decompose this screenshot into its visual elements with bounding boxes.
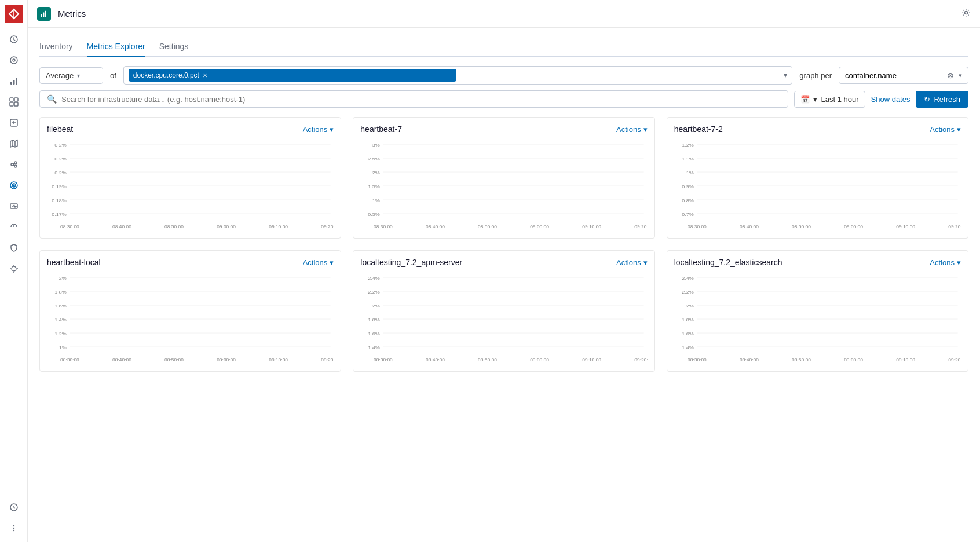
metric-selector[interactable]: docker.cpu.core.0.pct × ▾ bbox=[123, 66, 793, 85]
sidebar-item-more[interactable] bbox=[5, 519, 23, 537]
sidebar-item-uptime[interactable] bbox=[5, 218, 23, 236]
x-axis-label: 09:00:00 bbox=[844, 224, 863, 229]
sidebar-item-maps[interactable] bbox=[5, 134, 23, 153]
aggregate-chevron-icon: ▾ bbox=[77, 72, 80, 79]
y-axis-label: 2.2% bbox=[368, 289, 381, 294]
actions-button[interactable]: Actions ▾ bbox=[303, 258, 334, 267]
x-axis-label: 08:50:00 bbox=[792, 224, 811, 229]
chart-area: 2.4%2.2%2%1.8%1.6%1.4%08:30:0008:40:0008… bbox=[360, 272, 647, 364]
chart-card-filebeat: filebeatActions ▾0.2%0.2%0.2%0.19%0.18%0… bbox=[39, 117, 341, 239]
actions-label: Actions bbox=[930, 258, 955, 267]
chart-header: heartbeat-localActions ▾ bbox=[47, 258, 334, 267]
actions-label: Actions bbox=[930, 125, 955, 134]
metric-remove-button[interactable]: × bbox=[203, 71, 207, 79]
x-axis-label: 09:10:00 bbox=[583, 357, 602, 362]
refresh-button[interactable]: ↻ Refresh bbox=[916, 91, 968, 108]
svg-point-25 bbox=[965, 12, 968, 14]
y-axis-label: 0.2% bbox=[54, 170, 67, 175]
svg-rect-22 bbox=[41, 14, 42, 17]
tab-bar: Inventory Metrics Explorer Settings bbox=[39, 37, 968, 57]
topbar: Metrics bbox=[28, 0, 980, 28]
chart-card-localtesting-7-2-elasticsearch: localtesting_7.2_elasticsearchActions ▾2… bbox=[667, 250, 968, 372]
y-axis-label: 2.4% bbox=[368, 275, 381, 280]
x-axis-label: 08:40:00 bbox=[426, 357, 445, 362]
calendar-icon: 📅 bbox=[800, 95, 810, 104]
chart-area: 3%2.5%2%1.5%1%0.5%08:30:0008:40:0008:50:… bbox=[360, 138, 647, 231]
y-axis-label: 2% bbox=[372, 303, 380, 308]
y-axis-label: 2% bbox=[372, 170, 380, 175]
svg-point-16 bbox=[13, 185, 14, 186]
sidebar-item-recent[interactable] bbox=[5, 30, 23, 49]
chart-title: filebeat bbox=[47, 124, 73, 134]
y-axis-label: 1.4% bbox=[682, 345, 694, 350]
y-axis-label: 1.4% bbox=[368, 345, 381, 350]
sidebar-item-apm[interactable] bbox=[5, 197, 23, 215]
actions-label: Actions bbox=[303, 125, 328, 134]
search-input-wrapper: 🔍 bbox=[39, 90, 788, 108]
aggregate-dropdown[interactable]: Average ▾ bbox=[39, 67, 103, 84]
actions-chevron-icon: ▾ bbox=[330, 125, 334, 134]
tab-settings[interactable]: Settings bbox=[159, 37, 189, 57]
chart-svg: 0.2%0.2%0.2%0.19%0.18%0.17%08:30:0008:40… bbox=[47, 138, 334, 231]
chart-header: localtesting_7.2_apm-serverActions ▾ bbox=[360, 258, 647, 267]
svg-rect-5 bbox=[16, 78, 17, 85]
svg-point-1 bbox=[10, 57, 17, 64]
sidebar-item-view[interactable] bbox=[5, 498, 23, 517]
sidebar-item-dashboard[interactable] bbox=[5, 93, 23, 111]
y-axis-label: 0.18% bbox=[52, 197, 67, 203]
aggregate-label: Average bbox=[46, 71, 74, 80]
tab-metrics-explorer[interactable]: Metrics Explorer bbox=[87, 37, 145, 57]
sidebar-item-logs[interactable] bbox=[5, 259, 23, 278]
y-axis-label: 2% bbox=[686, 303, 693, 308]
x-axis-label: 08:40:00 bbox=[426, 224, 445, 229]
sidebar-item-siem[interactable] bbox=[5, 239, 23, 257]
y-axis-label: 0.7% bbox=[682, 211, 694, 217]
content-area: Inventory Metrics Explorer Settings Aver… bbox=[28, 28, 980, 542]
sidebar-item-discover[interactable] bbox=[5, 51, 23, 69]
actions-button[interactable]: Actions ▾ bbox=[616, 258, 648, 267]
sidebar-item-visualize[interactable] bbox=[5, 72, 23, 90]
chart-title: heartbeat-7 bbox=[360, 124, 402, 134]
actions-button[interactable]: Actions ▾ bbox=[303, 125, 334, 134]
time-range-label: Last 1 hour bbox=[821, 95, 858, 104]
actions-button[interactable]: Actions ▾ bbox=[616, 125, 648, 134]
metric-tag: docker.cpu.core.0.pct × bbox=[129, 69, 456, 82]
y-axis-label: 2.5% bbox=[368, 156, 381, 161]
chart-title: heartbeat-local bbox=[47, 258, 101, 267]
actions-chevron-icon: ▾ bbox=[957, 125, 961, 134]
svg-point-13 bbox=[14, 165, 17, 167]
y-axis-label: 1.5% bbox=[368, 184, 381, 189]
graph-per-input[interactable] bbox=[845, 71, 942, 80]
sidebar-item-canvas[interactable] bbox=[5, 113, 23, 132]
graph-per-clear-icon[interactable]: ⊗ bbox=[947, 71, 954, 80]
of-label: of bbox=[110, 71, 116, 80]
show-dates-button[interactable]: Show dates bbox=[871, 95, 910, 104]
chart-svg: 2.4%2.2%2%1.8%1.6%1.4%08:30:0008:40:0008… bbox=[360, 272, 647, 364]
chart-header: filebeatActions ▾ bbox=[47, 124, 334, 134]
settings-icon[interactable] bbox=[961, 8, 971, 19]
x-axis-label: 09:00:00 bbox=[844, 357, 863, 362]
sidebar-item-infrastructure[interactable] bbox=[5, 176, 23, 195]
actions-chevron-icon: ▾ bbox=[330, 258, 334, 267]
time-range-selector[interactable]: 📅 ▾ Last 1 hour bbox=[794, 91, 865, 108]
graph-per-label: graph per bbox=[799, 71, 832, 80]
search-input[interactable] bbox=[61, 95, 781, 104]
actions-button[interactable]: Actions ▾ bbox=[930, 258, 961, 267]
x-axis-label: 08:50:00 bbox=[164, 224, 184, 229]
svg-rect-24 bbox=[45, 10, 46, 17]
actions-button[interactable]: Actions ▾ bbox=[930, 125, 961, 134]
y-axis-label: 0.2% bbox=[54, 156, 67, 161]
y-axis-label: 1.8% bbox=[368, 317, 381, 322]
tab-inventory[interactable]: Inventory bbox=[39, 37, 73, 57]
chart-area: 1.2%1.1%1%0.9%0.8%0.7%08:30:0008:40:0008… bbox=[674, 138, 961, 231]
svg-rect-6 bbox=[10, 98, 13, 101]
sidebar-item-ml[interactable] bbox=[5, 155, 23, 174]
chart-area: 2%1.8%1.6%1.4%1.2%1%08:30:0008:40:0008:5… bbox=[47, 272, 334, 364]
x-axis-label: 08:30:00 bbox=[374, 357, 393, 362]
x-axis-label: 09:00:00 bbox=[217, 357, 236, 362]
x-axis-label: 08:40:00 bbox=[112, 357, 131, 362]
x-axis-label: 08:30:00 bbox=[374, 224, 393, 229]
x-axis-label: 08:50:00 bbox=[792, 357, 811, 362]
x-axis-label: 09:20:00 bbox=[321, 357, 334, 362]
chart-card-heartbeat-7-2: heartbeat-7-2Actions ▾1.2%1.1%1%0.9%0.8%… bbox=[667, 117, 968, 239]
